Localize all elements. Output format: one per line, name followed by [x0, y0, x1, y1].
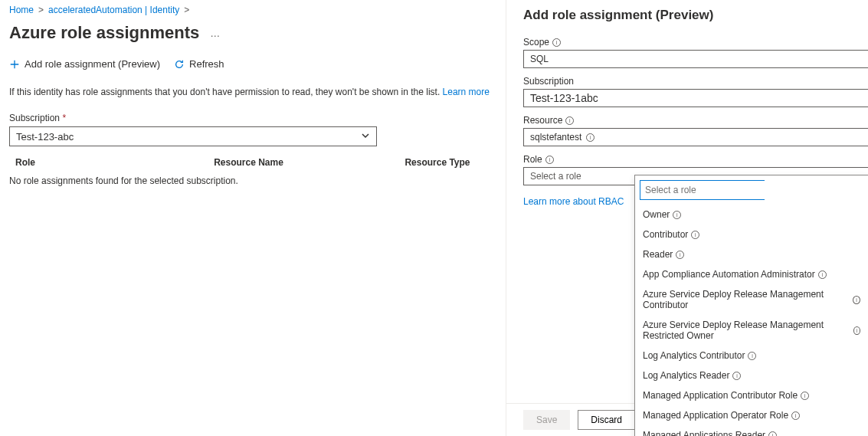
info-icon: i: [676, 251, 684, 259]
add-role-assignment-button[interactable]: Add role assignment (Preview): [9, 58, 160, 70]
info-icon: i: [853, 296, 860, 304]
refresh-label: Refresh: [189, 58, 224, 70]
role-option-label: Log Analytics Contributor: [643, 350, 745, 361]
blade-subscription-label: Subscription: [523, 76, 868, 87]
column-resource-type: Resource Type: [405, 157, 496, 168]
role-option[interactable]: Log Analytics Readeri: [635, 366, 868, 385]
scope-label: Scopei: [523, 37, 868, 48]
role-dropdown: OwneriContributoriReaderiApp Compliance …: [634, 175, 868, 436]
save-button: Save: [523, 410, 570, 430]
role-option[interactable]: Managed Application Contributor Rolei: [635, 385, 868, 405]
plus-icon: [9, 59, 20, 70]
role-option-label: Owner: [643, 209, 670, 220]
role-option-list: OwneriContributoriReaderiApp Compliance …: [635, 203, 868, 436]
role-option[interactable]: Managed Applications Readeri: [635, 425, 868, 436]
page-title: Azure role assignments: [9, 23, 199, 43]
chevron-right-icon: >: [38, 5, 44, 15]
info-icon: i: [853, 326, 860, 335]
info-icon: i: [565, 116, 574, 125]
learn-more-link[interactable]: Learn more: [443, 87, 490, 97]
role-option-label: Contributor: [643, 229, 688, 240]
hint-text: If this identity has role assignments th…: [9, 87, 440, 97]
subscription-select[interactable]: Test-123-abc: [9, 126, 377, 146]
role-option-label: Reader: [643, 249, 673, 260]
info-icon: i: [673, 211, 681, 219]
role-option[interactable]: Contributori: [635, 225, 868, 244]
resource-select[interactable]: sqlstefantest i: [523, 128, 868, 146]
blade-title: Add role assignment (Preview): [523, 8, 868, 23]
info-icon: i: [818, 270, 827, 279]
role-option-label: Azure Service Deploy Release Management …: [643, 320, 850, 341]
info-icon: i: [552, 38, 561, 47]
discard-button[interactable]: Discard: [578, 410, 635, 430]
info-icon: i: [801, 392, 809, 400]
toolbar: Add role assignment (Preview) Refresh: [9, 58, 496, 70]
role-option[interactable]: Managed Application Operator Rolei: [635, 405, 868, 425]
role-option[interactable]: App Compliance Automation Administratori: [635, 264, 868, 284]
info-icon: i: [768, 431, 777, 437]
info-icon: i: [732, 372, 741, 380]
role-option[interactable]: Owneri: [635, 205, 868, 225]
role-placeholder: Select a role: [530, 171, 581, 182]
info-icon: i: [545, 156, 554, 164]
refresh-icon: [174, 59, 185, 70]
more-menu-button[interactable]: …: [207, 28, 224, 39]
rbac-learn-more-link[interactable]: Learn more about RBAC: [523, 196, 624, 207]
subscription-value: Test-123-abc: [16, 131, 74, 143]
info-icon: i: [691, 231, 699, 239]
empty-state-message: No role assignments found for the select…: [9, 175, 496, 186]
role-option[interactable]: Readeri: [635, 244, 868, 264]
table-header: Role Resource Name Resource Type: [9, 157, 496, 168]
role-search-input[interactable]: [640, 180, 765, 200]
chevron-down-icon: [361, 131, 370, 143]
role-label: Rolei: [523, 154, 868, 165]
info-icon: i: [748, 352, 756, 360]
resource-value: sqlstefantest: [530, 132, 581, 143]
info-icon: i: [791, 411, 800, 420]
chevron-right-icon: >: [184, 5, 189, 15]
role-option-label: Managed Application Contributor Role: [643, 390, 798, 401]
blade-subscription-select[interactable]: Test-123-1abc: [523, 89, 868, 107]
column-resource-name: Resource Name: [214, 157, 405, 168]
scope-select[interactable]: SQL: [523, 50, 868, 68]
add-role-assignment-label: Add role assignment (Preview): [25, 58, 160, 70]
breadcrumb-home[interactable]: Home: [9, 5, 34, 15]
role-option-label: Log Analytics Reader: [643, 370, 729, 381]
subscription-label: Subscription *: [9, 113, 496, 123]
role-option[interactable]: Azure Service Deploy Release Management …: [635, 315, 868, 346]
breadcrumb: Home > acceleratedAutomation | Identity …: [9, 5, 496, 18]
role-option-label: Azure Service Deploy Release Management …: [643, 289, 850, 310]
role-option-label: Managed Application Operator Role: [643, 410, 788, 421]
scope-value: SQL: [530, 54, 549, 64]
info-icon: i: [586, 133, 594, 142]
main-content: Home > acceleratedAutomation | Identity …: [0, 0, 506, 436]
refresh-button[interactable]: Refresh: [174, 58, 224, 70]
breadcrumb-identity[interactable]: acceleratedAutomation | Identity: [48, 5, 179, 15]
role-option[interactable]: Log Analytics Contributori: [635, 346, 868, 366]
role-option[interactable]: Azure Service Deploy Release Management …: [635, 284, 868, 315]
resource-label: Resourcei: [523, 115, 868, 126]
column-role: Role: [15, 157, 214, 168]
blade-subscription-value: Test-123-1abc: [530, 92, 598, 104]
role-option-label: Managed Applications Reader: [643, 430, 765, 436]
role-option-label: App Compliance Automation Administrator: [643, 269, 815, 280]
permission-hint: If this identity has role assignments th…: [9, 87, 496, 97]
